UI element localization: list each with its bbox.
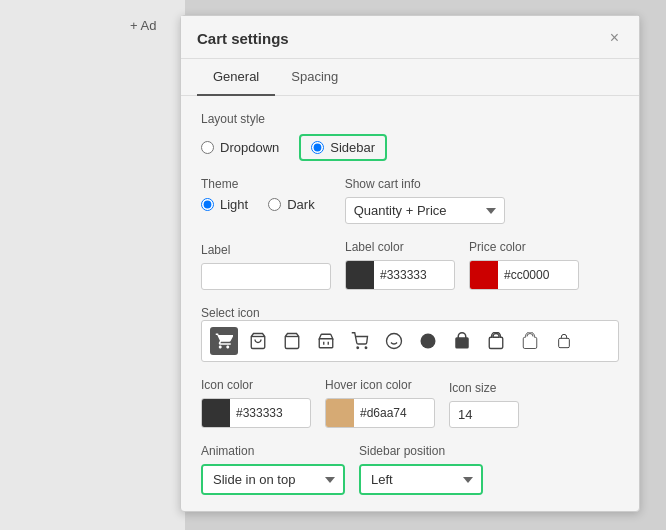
layout-dropdown-radio[interactable] bbox=[201, 141, 214, 154]
layout-sidebar-radio[interactable] bbox=[311, 141, 324, 154]
modal-body: Layout style Dropdown Sidebar Theme bbox=[181, 96, 639, 511]
theme-dark-label: Dark bbox=[287, 197, 314, 212]
theme-dark-option[interactable]: Dark bbox=[268, 197, 314, 212]
layout-sidebar-wrapper: Sidebar bbox=[299, 134, 387, 161]
animation-position-row: Animation Slide in on top Slide in from … bbox=[201, 444, 619, 495]
close-button[interactable]: × bbox=[606, 28, 623, 48]
icon-size-input[interactable]: 14 bbox=[449, 401, 519, 428]
icon-color-swatch-input[interactable]: #333333 bbox=[201, 398, 311, 428]
label-color-swatch bbox=[346, 261, 374, 289]
svg-rect-10 bbox=[559, 338, 570, 347]
sidebar-background bbox=[0, 0, 185, 530]
svg-point-6 bbox=[387, 334, 402, 349]
icon-circle-dot[interactable] bbox=[414, 327, 442, 355]
hover-icon-color-group: Hover icon color #d6aa74 bbox=[325, 378, 435, 428]
layout-style-label: Layout style bbox=[201, 112, 619, 126]
tab-spacing[interactable]: Spacing bbox=[275, 59, 354, 96]
label-field-label: Label bbox=[201, 243, 331, 257]
theme-light-label: Light bbox=[220, 197, 248, 212]
icon-color-swatch bbox=[202, 399, 230, 427]
theme-label: Theme bbox=[201, 177, 315, 191]
icon-bag-light[interactable] bbox=[516, 327, 544, 355]
animation-select-wrapper: Slide in on top Slide in from right Fade… bbox=[201, 464, 345, 495]
sidebar-position-label: Sidebar position bbox=[359, 444, 483, 458]
svg-point-9 bbox=[421, 334, 436, 349]
layout-dropdown-label: Dropdown bbox=[220, 140, 279, 155]
theme-dark-radio[interactable] bbox=[268, 198, 281, 211]
modal-title: Cart settings bbox=[197, 30, 289, 47]
show-cart-info-select[interactable]: Quantity + Price Quantity Price None bbox=[345, 197, 505, 224]
icon-cart-filled[interactable] bbox=[210, 327, 238, 355]
hover-icon-color-hex: #d6aa74 bbox=[354, 406, 434, 420]
theme-cartinfo-row: Theme Light Dark Show cart info bbox=[201, 177, 619, 224]
show-cart-info-label: Show cart info bbox=[345, 177, 505, 191]
icon-bag-mini[interactable] bbox=[550, 327, 578, 355]
price-color-swatch-input[interactable]: #cc0000 bbox=[469, 260, 579, 290]
price-color-label: Price color bbox=[469, 240, 579, 254]
icon-cart-outline[interactable] bbox=[244, 327, 272, 355]
icon-color-group: Icon color #333333 bbox=[201, 378, 311, 428]
icon-bag-simple[interactable] bbox=[278, 327, 306, 355]
animation-group: Animation Slide in on top Slide in from … bbox=[201, 444, 345, 495]
icon-size-label: Icon size bbox=[449, 381, 519, 395]
label-color-swatch-input[interactable]: #333333 bbox=[345, 260, 455, 290]
hover-icon-color-swatch bbox=[326, 399, 354, 427]
icon-color-label: Icon color bbox=[201, 378, 311, 392]
tab-general[interactable]: General bbox=[197, 59, 275, 96]
icon-cart-simple[interactable] bbox=[346, 327, 374, 355]
svg-point-5 bbox=[365, 347, 367, 349]
label-colors-row: Label Label color #333333 Price color #c… bbox=[201, 240, 619, 290]
modal-overlay: + Ad Cart settings × General Spacing Lay… bbox=[0, 0, 666, 530]
theme-light-radio[interactable] bbox=[201, 198, 214, 211]
layout-sidebar-option[interactable]: Sidebar bbox=[311, 140, 375, 155]
icon-bag-outline[interactable] bbox=[482, 327, 510, 355]
icon-color-hex: #333333 bbox=[230, 406, 310, 420]
modal-header: Cart settings × bbox=[181, 16, 639, 59]
theme-light-option[interactable]: Light bbox=[201, 197, 248, 212]
icon-bag-filled[interactable] bbox=[448, 327, 476, 355]
label-color-label: Label color bbox=[345, 240, 455, 254]
label-color-hex: #333333 bbox=[374, 268, 454, 282]
label-input[interactable] bbox=[201, 263, 331, 290]
select-icon-label: Select icon bbox=[201, 306, 619, 320]
hover-icon-color-swatch-input[interactable]: #d6aa74 bbox=[325, 398, 435, 428]
label-field-group: Label bbox=[201, 243, 331, 290]
svg-point-4 bbox=[357, 347, 359, 349]
price-color-hex: #cc0000 bbox=[498, 268, 578, 282]
layout-style-group: Dropdown Sidebar bbox=[201, 134, 619, 161]
tabs-container: General Spacing bbox=[181, 59, 639, 96]
icon-smiley[interactable] bbox=[380, 327, 408, 355]
animation-select[interactable]: Slide in on top Slide in from right Fade… bbox=[203, 466, 343, 493]
icons-row bbox=[201, 320, 619, 362]
cart-settings-modal: Cart settings × General Spacing Layout s… bbox=[180, 15, 640, 512]
icon-size-group: Icon size 14 bbox=[449, 381, 519, 428]
label-color-group: Label color #333333 bbox=[345, 240, 455, 290]
layout-sidebar-label: Sidebar bbox=[330, 140, 375, 155]
price-color-group: Price color #cc0000 bbox=[469, 240, 579, 290]
layout-dropdown-option[interactable]: Dropdown bbox=[201, 140, 279, 155]
select-icon-section: Select icon bbox=[201, 306, 619, 362]
icon-settings-row: Icon color #333333 Hover icon color #d6a… bbox=[201, 378, 619, 428]
show-cart-info-group: Show cart info Quantity + Price Quantity… bbox=[345, 177, 505, 224]
sidebar-position-select[interactable]: Left Right bbox=[361, 466, 481, 493]
animation-label: Animation bbox=[201, 444, 345, 458]
price-color-swatch bbox=[470, 261, 498, 289]
hover-icon-color-label: Hover icon color bbox=[325, 378, 435, 392]
theme-group: Theme Light Dark bbox=[201, 177, 315, 212]
sidebar-position-select-wrapper: Left Right bbox=[359, 464, 483, 495]
icon-basket[interactable] bbox=[312, 327, 340, 355]
theme-radio-group: Light Dark bbox=[201, 197, 315, 212]
add-button[interactable]: + Ad bbox=[130, 18, 156, 33]
sidebar-position-group: Sidebar position Left Right bbox=[359, 444, 483, 495]
